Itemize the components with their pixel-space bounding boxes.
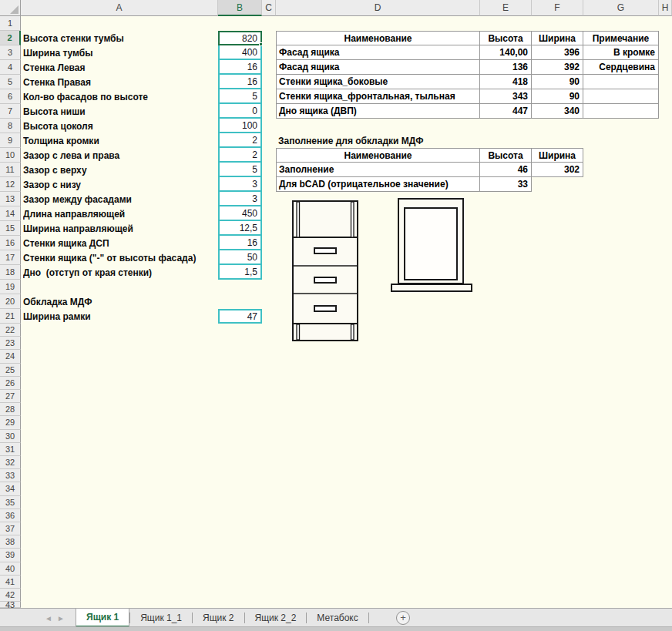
value-cell-B9[interactable]: 2 xyxy=(218,132,262,148)
select-all-corner[interactable] xyxy=(0,0,21,16)
value-cell-B3[interactable]: 400 xyxy=(218,44,262,60)
cutlist-cell-4-0[interactable]: Дно ящика (ДВП) xyxy=(276,104,480,119)
value-cell-B21[interactable]: 47 xyxy=(218,309,262,324)
row-header-33[interactable]: 33 xyxy=(0,469,21,482)
param-label-row-18[interactable]: Дно (отступ от края стенки) xyxy=(23,265,217,280)
cutlist-cell-4-3[interactable] xyxy=(583,104,659,119)
param-label-row-7[interactable]: Высота ниши xyxy=(23,104,217,119)
cutlist-header-2[interactable]: Ширина xyxy=(532,31,583,45)
row-header-3[interactable]: 3 xyxy=(0,45,21,60)
value-cell-B11[interactable]: 5 xyxy=(218,161,262,177)
row-header-5[interactable]: 5 xyxy=(0,75,21,89)
row-header-25[interactable]: 25 xyxy=(0,364,21,377)
row-header-31[interactable]: 31 xyxy=(0,443,21,456)
param-label-row-2[interactable]: Высота стенки тумбы xyxy=(23,31,217,45)
row-header-8[interactable]: 8 xyxy=(0,119,21,133)
value-cell-B10[interactable]: 2 xyxy=(218,146,262,163)
mdf-cell-1-1[interactable]: 33 xyxy=(480,177,532,192)
tab-метабокс[interactable]: Метабокс xyxy=(307,609,368,627)
param-label-row-3[interactable]: Ширина тумбы xyxy=(23,45,217,60)
row-header-18[interactable]: 18 xyxy=(0,265,21,280)
row-header-27[interactable]: 27 xyxy=(0,390,21,403)
cutlist-cell-0-1[interactable]: 140,00 xyxy=(480,45,532,60)
param-label-row-17[interactable]: Стенки ящика ("-" от высоты фасада) xyxy=(23,250,217,265)
column-header-E[interactable]: E xyxy=(480,0,532,16)
row-header-30[interactable]: 30 xyxy=(0,430,21,443)
column-header-B[interactable]: B xyxy=(218,0,262,16)
cutlist-cell-4-2[interactable]: 340 xyxy=(532,104,583,119)
tab-ящик-2[interactable]: Ящик 2 xyxy=(193,609,244,627)
tab-ящик-1[interactable]: Ящик 1 xyxy=(76,609,129,627)
value-cell-B5[interactable]: 16 xyxy=(218,73,262,89)
row-header-26[interactable]: 26 xyxy=(0,377,21,390)
column-header-C[interactable]: C xyxy=(262,0,276,16)
row-header-21[interactable]: 21 xyxy=(0,309,21,324)
row-header-32[interactable]: 32 xyxy=(0,456,21,469)
cutlist-cell-3-1[interactable]: 343 xyxy=(480,89,532,104)
value-cell-B8[interactable]: 100 xyxy=(218,117,262,133)
cutlist-cell-1-1[interactable]: 136 xyxy=(480,60,532,75)
row-header-29[interactable]: 29 xyxy=(0,416,21,429)
row-header-12[interactable]: 12 xyxy=(0,177,21,192)
param-label-row-16[interactable]: Стенки ящика ДСП xyxy=(23,236,217,250)
row-header-40[interactable]: 40 xyxy=(0,562,21,576)
tab-scroll-left-icon[interactable]: ◄ xyxy=(43,609,54,627)
row-header-22[interactable]: 22 xyxy=(0,324,21,337)
cutlist-cell-4-1[interactable]: 447 xyxy=(480,104,532,119)
row-header-11[interactable]: 11 xyxy=(0,163,21,177)
param-label-row-21[interactable]: Ширина рамки xyxy=(23,309,217,324)
value-cell-B16[interactable]: 16 xyxy=(218,234,262,250)
cutlist-cell-3-3[interactable] xyxy=(583,89,659,104)
param-label-row-12[interactable]: Зазор с низу xyxy=(23,177,217,192)
value-cell-B6[interactable]: 5 xyxy=(218,88,262,104)
value-cell-B4[interactable]: 16 xyxy=(218,59,262,75)
value-cell-B17[interactable]: 50 xyxy=(218,249,262,265)
cutlist-cell-1-3[interactable]: Сердцевина xyxy=(583,60,659,75)
cutlist-cell-1-2[interactable]: 392 xyxy=(532,60,583,75)
row-header-43[interactable]: 43 xyxy=(0,602,21,608)
fill-handle[interactable] xyxy=(259,42,263,46)
row-header-4[interactable]: 4 xyxy=(0,60,21,75)
mdf-cell-1-0[interactable]: Для bCAD (отрицательное значение) xyxy=(276,177,480,192)
row-header-36[interactable]: 36 xyxy=(0,509,21,522)
tab-ящик-1_1[interactable]: Ящик 1_1 xyxy=(130,609,192,627)
param-label-row-10[interactable]: Зазор с лева и права xyxy=(23,148,217,163)
row-header-34[interactable]: 34 xyxy=(0,482,21,495)
cutlist-cell-2-0[interactable]: Стенки ящика_боковые xyxy=(276,75,480,89)
row-header-41[interactable]: 41 xyxy=(0,576,21,589)
value-cell-B12[interactable]: 3 xyxy=(218,176,262,192)
cutlist-cell-3-2[interactable]: 90 xyxy=(532,89,583,104)
cutlist-header-1[interactable]: Высота xyxy=(480,31,532,45)
row-header-23[interactable]: 23 xyxy=(0,337,21,350)
cutlist-cell-3-0[interactable]: Стенки ящика_фронтальная, тыльная xyxy=(276,89,480,104)
value-cell-B15[interactable]: 12,5 xyxy=(218,220,262,236)
param-label-row-6[interactable]: Кол-во фасадов по высоте xyxy=(23,89,217,104)
param-label-row-4[interactable]: Стенка Левая xyxy=(23,60,217,75)
param-label-row-15[interactable]: Ширина направляющей xyxy=(23,221,217,236)
column-header-F[interactable]: F xyxy=(532,0,583,16)
row-header-6[interactable]: 6 xyxy=(0,89,21,104)
add-sheet-button[interactable]: + xyxy=(396,611,410,625)
row-header-13[interactable]: 13 xyxy=(0,192,21,206)
column-header-G[interactable]: G xyxy=(583,0,659,16)
cutlist-cell-1-0[interactable]: Фасад ящика xyxy=(276,60,480,75)
tab-ящик-2_2[interactable]: Ящик 2_2 xyxy=(245,609,307,627)
value-cell-B7[interactable]: 0 xyxy=(218,102,262,119)
param-label-row-9[interactable]: Толщина кромки xyxy=(23,133,217,148)
row-header-39[interactable]: 39 xyxy=(0,549,21,562)
mdf-header-1[interactable]: Высота xyxy=(480,148,532,163)
row-header-20[interactable]: 20 xyxy=(0,294,21,309)
column-header-D[interactable]: D xyxy=(276,0,480,16)
row-header-10[interactable]: 10 xyxy=(0,148,21,163)
param-label-row-8[interactable]: Высота цоколя xyxy=(23,119,217,133)
mdf-table-title[interactable]: Заполнение для обкладки МДФ xyxy=(278,133,423,148)
column-header-H[interactable]: H xyxy=(659,0,672,16)
param-label-row-11[interactable]: Зазор с верху xyxy=(23,163,217,177)
row-header-37[interactable]: 37 xyxy=(0,522,21,535)
row-header-16[interactable]: 16 xyxy=(0,236,21,250)
row-header-28[interactable]: 28 xyxy=(0,403,21,416)
row-header-17[interactable]: 17 xyxy=(0,250,21,265)
cutlist-header-0[interactable]: Наименование xyxy=(276,31,480,45)
row-header-15[interactable]: 15 xyxy=(0,221,21,236)
mdf-cell-0-2[interactable]: 302 xyxy=(532,163,583,177)
